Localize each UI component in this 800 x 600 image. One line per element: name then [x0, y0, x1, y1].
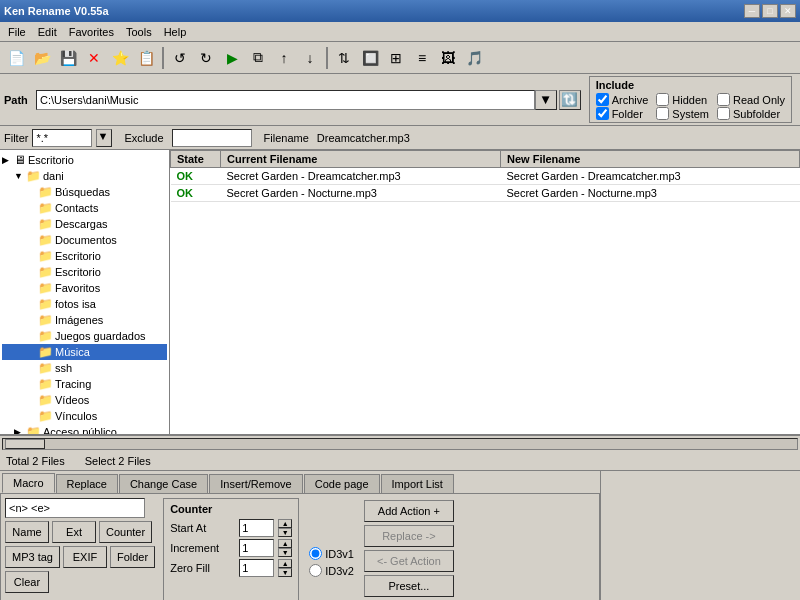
- tree-item-videos[interactable]: 📁 Vídeos: [2, 392, 167, 408]
- preset-btn[interactable]: Preset...: [364, 575, 454, 597]
- menu-file[interactable]: File: [2, 24, 32, 40]
- tree-toggle[interactable]: ▶: [14, 427, 26, 434]
- counter-increment-label: Increment: [170, 542, 235, 554]
- exif-btn[interactable]: EXIF: [63, 546, 107, 568]
- refresh-btn[interactable]: ⭐: [108, 46, 132, 70]
- open-btn[interactable]: 📂: [30, 46, 54, 70]
- tree-item-documentos[interactable]: 📁 Documentos: [2, 232, 167, 248]
- check-hidden[interactable]: Hidden: [656, 93, 709, 106]
- tree-item-imagenes[interactable]: 📁 Imágenes: [2, 312, 167, 328]
- clear-btn[interactable]: Clear: [5, 571, 49, 593]
- exclude-input[interactable]: [172, 129, 252, 147]
- folder-btn[interactable]: Folder: [110, 546, 155, 568]
- tree-item-escritorio3[interactable]: 📁 Escritorio: [2, 264, 167, 280]
- tree-item-escritorio2[interactable]: 📁 Escritorio: [2, 248, 167, 264]
- name-btn[interactable]: Name: [5, 521, 49, 543]
- undo-btn[interactable]: ↺: [168, 46, 192, 70]
- check-archive[interactable]: Archive: [596, 93, 649, 106]
- counter-zerofill-input[interactable]: [239, 559, 274, 577]
- check-readonly[interactable]: Read Only: [717, 93, 785, 106]
- move-down-btn[interactable]: ↓: [298, 46, 322, 70]
- tree-toggle[interactable]: ▼: [14, 171, 26, 181]
- tree-toggle[interactable]: ▶: [2, 155, 14, 165]
- tree-item-vinculos[interactable]: 📁 Vínculos: [2, 408, 167, 424]
- path-browse-btn[interactable]: ▼: [535, 90, 557, 110]
- path-refresh-btn[interactable]: 🔃: [559, 90, 581, 110]
- tree-item-acceso[interactable]: ▶ 📁 Acceso público: [2, 424, 167, 434]
- check-folder[interactable]: Folder: [596, 107, 649, 120]
- mp3tag-btn[interactable]: MP3 tag: [5, 546, 60, 568]
- replace-btn[interactable]: Replace ->: [364, 525, 454, 547]
- filter-input[interactable]: [32, 129, 92, 147]
- save-btn[interactable]: 💾: [56, 46, 80, 70]
- tree-item-escritorio-root[interactable]: ▶ 🖥 Escritorio: [2, 152, 167, 168]
- close-btn[interactable]: ✕: [780, 4, 796, 18]
- menu-favorites[interactable]: Favorites: [63, 24, 120, 40]
- tree-folder-icon: 📁: [38, 345, 53, 359]
- macro-input[interactable]: [5, 498, 145, 518]
- menu-edit[interactable]: Edit: [32, 24, 63, 40]
- filter-dropdown[interactable]: ▼: [96, 129, 112, 147]
- tree-label: Acceso público: [43, 426, 117, 434]
- get-action-btn[interactable]: <- Get Action: [364, 550, 454, 572]
- back-btn[interactable]: 📋: [134, 46, 158, 70]
- spin-up-start[interactable]: ▲: [278, 519, 292, 528]
- tree-item-busquedas[interactable]: 📁 Búsquedas: [2, 184, 167, 200]
- redo-btn[interactable]: ↻: [194, 46, 218, 70]
- table-row[interactable]: OK Secret Garden - Dreamcatcher.mp3 Secr…: [171, 168, 800, 185]
- tree-item-contacts[interactable]: 📁 Contacts: [2, 200, 167, 216]
- cell-state: OK: [171, 168, 221, 185]
- ext-btn[interactable]: Ext: [52, 521, 96, 543]
- add-action-btn[interactable]: Add Action +: [364, 500, 454, 522]
- list-btn[interactable]: ≡: [410, 46, 434, 70]
- tree-item-tracing[interactable]: 📁 Tracing: [2, 376, 167, 392]
- play-btn[interactable]: ▶: [220, 46, 244, 70]
- menu-tools[interactable]: Tools: [120, 24, 158, 40]
- check-system[interactable]: System: [656, 107, 709, 120]
- tree-panel[interactable]: ▶ 🖥 Escritorio ▼ 📁 dani 📁 Búsquedas 📁 Co…: [0, 150, 170, 434]
- radio-id3v1[interactable]: ID3v1: [309, 547, 354, 560]
- hscroll[interactable]: [0, 435, 800, 451]
- path-input[interactable]: [36, 90, 535, 110]
- spin-up-zerofill[interactable]: ▲: [278, 559, 292, 568]
- delete-btn[interactable]: ✕: [82, 46, 106, 70]
- tree-item-musica[interactable]: 📁 Música: [2, 344, 167, 360]
- hscroll-thumb[interactable]: [5, 439, 45, 449]
- btn-row-1: Name Ext Counter: [5, 521, 155, 543]
- tab-changecase[interactable]: Change Case: [119, 474, 208, 493]
- tab-codepage[interactable]: Code page: [304, 474, 380, 493]
- table-row[interactable]: OK Secret Garden - Nocturne.mp3 Secret G…: [171, 185, 800, 202]
- minimize-btn[interactable]: ─: [744, 4, 760, 18]
- new-btn[interactable]: 📄: [4, 46, 28, 70]
- spin-down-increment[interactable]: ▼: [278, 548, 292, 557]
- filter-btn[interactable]: 🔲: [358, 46, 382, 70]
- menu-help[interactable]: Help: [158, 24, 193, 40]
- tab-macro[interactable]: Macro: [2, 473, 55, 493]
- tab-importlist[interactable]: Import List: [381, 474, 454, 493]
- check-subfolder[interactable]: Subfolder: [717, 107, 785, 120]
- tree-item-descargas[interactable]: 📁 Descargas: [2, 216, 167, 232]
- counter-btn[interactable]: Counter: [99, 521, 152, 543]
- sort-btn[interactable]: ⇅: [332, 46, 356, 70]
- music-btn[interactable]: 🎵: [462, 46, 486, 70]
- tree-item-dani[interactable]: ▼ 📁 dani: [2, 168, 167, 184]
- tree-item-juegos[interactable]: 📁 Juegos guardados: [2, 328, 167, 344]
- spin-up-increment[interactable]: ▲: [278, 539, 292, 548]
- image-btn[interactable]: 🖼: [436, 46, 460, 70]
- counter-increment-input[interactable]: [239, 539, 274, 557]
- spin-down-zerofill[interactable]: ▼: [278, 568, 292, 577]
- copy-btn[interactable]: ⧉: [246, 46, 270, 70]
- tab-insertremove[interactable]: Insert/Remove: [209, 474, 303, 493]
- radio-id3v2[interactable]: ID3v2: [309, 564, 354, 577]
- counter-start-input[interactable]: [239, 519, 274, 537]
- move-up-btn[interactable]: ↑: [272, 46, 296, 70]
- grid-btn[interactable]: ⊞: [384, 46, 408, 70]
- maximize-btn[interactable]: □: [762, 4, 778, 18]
- tree-label: Música: [55, 346, 90, 358]
- tree-item-fotos[interactable]: 📁 fotos isa: [2, 296, 167, 312]
- tree-item-favoritos[interactable]: 📁 Favoritos: [2, 280, 167, 296]
- tab-replace[interactable]: Replace: [56, 474, 118, 493]
- spin-down-start[interactable]: ▼: [278, 528, 292, 537]
- hscroll-track[interactable]: [2, 438, 798, 450]
- tree-item-ssh[interactable]: 📁 ssh: [2, 360, 167, 376]
